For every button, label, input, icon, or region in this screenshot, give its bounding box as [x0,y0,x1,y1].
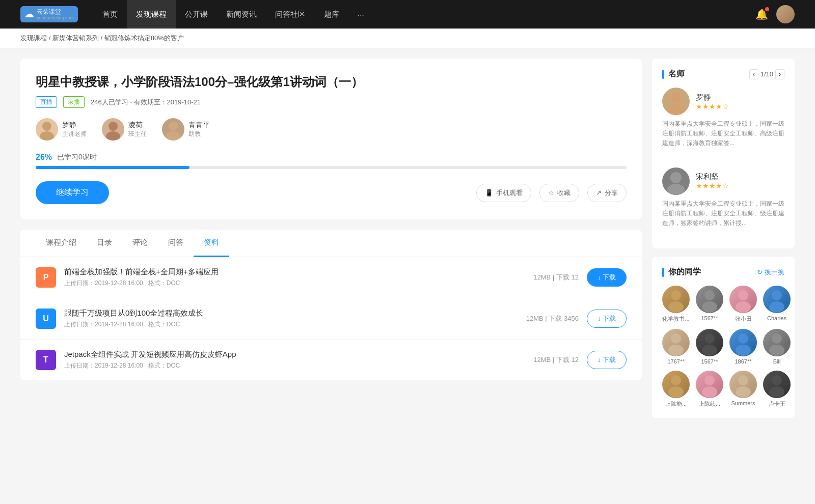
collect-button[interactable]: ☆ 收藏 [539,184,579,202]
nav-item-题库[interactable]: 题库 [315,0,348,29]
teacher-avatar [36,118,58,141]
download-button[interactable]: ↓ 下载 [587,310,627,328]
continue-learning-button[interactable]: 继续学习 [36,181,109,204]
svg-point-3 [106,131,120,141]
share-icon: ↗ [596,189,602,197]
classmate-item[interactable]: 张小田 [729,286,757,323]
svg-point-19 [668,345,684,356]
tab-课程介绍[interactable]: 课程介绍 [36,230,87,257]
course-meta: 直播 录播 246人已学习 · 有效期至：2019-10-21 [36,96,627,108]
svg-point-0 [42,122,51,131]
classmate-name: 1567** [701,358,718,365]
progress-bar-fill [36,166,189,169]
logo-text: 云朵课堂 [37,8,74,15]
mobile-watch-button[interactable]: 📱 手机观看 [476,184,531,202]
refresh-classmates-button[interactable]: ↻ 换一换 [757,268,784,277]
tab-目录[interactable]: 目录 [87,230,122,257]
nav-item-新闻资讯[interactable]: 新闻资讯 [217,0,266,29]
pagination-current: 1/10 [760,70,773,78]
classmate-avatar [763,329,791,356]
teachers-sidebar-card: 名师 ‹ 1/10 › 罗静 ★★★★☆ 国内某重点大学安全工 [652,59,795,248]
svg-point-30 [738,375,748,385]
nav-item-···[interactable]: ··· [348,0,373,29]
svg-point-21 [702,345,717,356]
tab-问答[interactable]: 问答 [158,230,194,257]
resource-info: Jetpack全组件实战 开发短视频应用高仿皮皮虾App 上传日期：2019-1… [64,350,525,370]
progress-section: 26% 已学习0课时 [36,153,627,169]
classmate-avatar-icon [763,329,791,356]
teacher-name: 青青平 [188,121,210,130]
nav-item-发现课程[interactable]: 发现课程 [127,0,176,29]
classmate-name: Charles [767,315,786,321]
classmates-title: 你的同学 [662,267,701,277]
classmate-item[interactable]: 1567** [696,329,723,365]
classmate-name: 卢卡王 [769,400,785,408]
download-button[interactable]: ↓ 下载 [587,351,627,369]
teacher-role: 主讲老师 [62,130,87,138]
resource-meta: 上传日期：2019-12-28 16:00 格式：DOC [64,279,525,288]
classmate-avatar-icon [729,286,757,313]
progress-label: 26% 已学习0课时 [36,153,627,162]
svg-point-7 [667,104,685,115]
teacher-stars: ★★★★☆ [696,182,729,190]
nav-item-首页[interactable]: 首页 [93,0,127,29]
tabs-content: P 前端全栈加强版！前端全栈+全周期+多端应用 上传日期：2019-12-28 … [20,257,642,380]
classmate-item[interactable]: 化学教书... [662,286,690,323]
resource-item: P 前端全栈加强版！前端全栈+全周期+多端应用 上传日期：2019-12-28 … [20,257,642,298]
badge-live: 直播 [36,96,57,108]
classmate-avatar [662,329,690,356]
notification-dot [765,7,769,11]
teacher-sidebar-name: 罗静 [696,93,729,102]
nav-item-问答社区[interactable]: 问答社区 [266,0,315,29]
classmate-item[interactable]: Charles [763,286,791,323]
svg-point-24 [772,333,782,344]
breadcrumb-item[interactable]: 发现课程 [20,34,47,42]
download-button[interactable]: ↓ 下载 [587,268,627,287]
resource-meta: 上传日期：2019-12-28 16:00 格式：DOC [64,361,525,370]
resource-info: 跟随千万级项目从0到100全过程高效成长 上传日期：2019-12-28 16:… [64,309,518,329]
classmate-item[interactable]: Bill [763,329,791,365]
teacher-sidebar-name: 宋利坚 [696,172,729,182]
classmate-item[interactable]: 卢卡王 [763,371,791,408]
classmate-item[interactable]: Summers [729,371,757,408]
tab-资料[interactable]: 资料 [194,230,229,257]
svg-point-32 [772,375,782,385]
person-icon [36,118,58,141]
classmate-avatar-icon [763,371,791,398]
teacher-role: 助教 [188,130,210,138]
teacher-info: 青青平 助教 [188,121,210,138]
svg-point-2 [108,122,118,131]
user-avatar-nav[interactable] [776,5,795,23]
classmate-name: 1567** [701,315,718,321]
classmate-avatar-icon [662,286,690,313]
notification-bell[interactable]: 🔔 [755,8,768,20]
teacher-info: 凌荷 班主任 [128,121,147,138]
classmate-item[interactable]: 1767** [662,329,690,365]
teacher-role: 班主任 [128,130,147,138]
share-button[interactable]: ↗ 分享 [587,184,627,202]
resource-stats: 12MB | 下载 3456 [526,314,579,323]
teacher-sidebar-header: 罗静 ★★★★☆ [662,88,784,115]
course-stats: 246人已学习 · 有效期至：2019-10-21 [91,98,201,107]
resource-meta: 上传日期：2019-12-28 16:00 格式：DOC [64,320,518,329]
classmate-item[interactable]: 1867** [729,329,757,365]
breadcrumb-current: 销冠修炼术搞定80%的客户 [104,34,184,42]
nav-item-公开课[interactable]: 公开课 [176,0,217,29]
classmate-item[interactable]: 上陈能... [662,371,690,408]
logo[interactable]: ☁ 云朵课堂 yundaoketing.com [20,6,78,22]
svg-point-8 [670,172,682,183]
teacher-sidebar-avatar [662,167,690,195]
progress-bar-bg [36,166,627,169]
classmate-item[interactable]: 1567** [696,286,723,323]
next-teacher-button[interactable]: › [775,69,784,79]
teacher-avatar [102,118,124,141]
person-icon [162,118,184,141]
tab-评论[interactable]: 评论 [122,230,158,257]
classmate-item[interactable]: 上陈续... [696,371,723,408]
classmate-name: 上陈续... [699,400,720,408]
breadcrumb-item[interactable]: 新媒体营销系列 [52,34,99,42]
badge-record: 录播 [63,96,85,108]
svg-point-33 [769,386,784,398]
prev-teacher-button[interactable]: ‹ [749,69,758,79]
resource-item: T Jetpack全组件实战 开发短视频应用高仿皮皮虾App 上传日期：2019… [20,340,642,380]
